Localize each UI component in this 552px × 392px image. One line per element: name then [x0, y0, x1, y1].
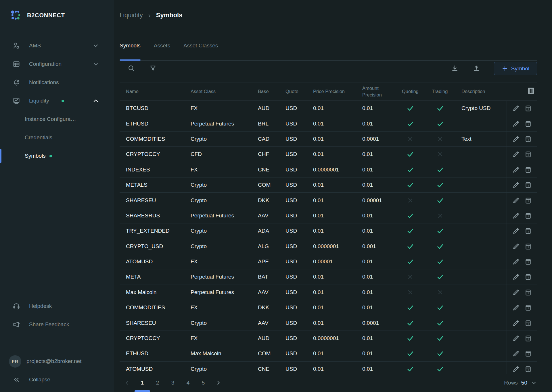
edit-row-button[interactable]: [512, 150, 520, 159]
cell-base: AAV: [258, 213, 285, 219]
delete-row-button[interactable]: [524, 196, 532, 205]
tab-symbols[interactable]: Symbols: [120, 41, 141, 60]
status-dot: [62, 100, 64, 102]
edit-row-button[interactable]: [512, 211, 520, 220]
page-button-5[interactable]: 5: [199, 374, 208, 392]
edit-row-button[interactable]: [512, 165, 520, 174]
sidebar-item-credentials[interactable]: Credentials: [0, 128, 114, 147]
cell-trading: [432, 120, 461, 128]
page-button-3[interactable]: 3: [168, 374, 177, 392]
edit-row-button[interactable]: [512, 227, 520, 235]
sidebar-item-helpdesk[interactable]: Helpdesk: [0, 297, 114, 315]
breadcrumb-parent[interactable]: Liquidity: [120, 11, 143, 19]
sidebar-item-configuration[interactable]: Configuration: [0, 55, 114, 73]
cell-quote: USD: [285, 289, 313, 296]
edit-row-button[interactable]: [512, 257, 520, 266]
delete-row-button[interactable]: [524, 150, 532, 159]
delete-row-button[interactable]: [524, 119, 532, 128]
delete-row-button[interactable]: [524, 104, 532, 113]
sidebar-item-symbols[interactable]: Symbols: [0, 147, 114, 165]
edit-row-button[interactable]: [512, 119, 520, 128]
edit-row-button[interactable]: [512, 349, 520, 358]
delete-row-button[interactable]: [524, 165, 532, 174]
cell-name: INDEXES: [126, 167, 191, 173]
cell-actions: [507, 162, 537, 177]
table-row: COMMODITIES FX DKK USD 0.01 0.01: [120, 300, 537, 315]
cell-asset-class: CFD: [191, 151, 258, 157]
prev-page-button[interactable]: [122, 374, 132, 392]
cell-name: CRYPTOCCY: [126, 151, 191, 157]
edit-row-button[interactable]: [512, 104, 520, 113]
cell-amount-precision: 0.01: [362, 228, 402, 234]
tab-asset-classes[interactable]: Asset Classes: [183, 41, 218, 60]
pencil-icon: [512, 150, 520, 159]
download-button[interactable]: [451, 64, 459, 72]
x-icon: [407, 289, 414, 296]
delete-row-button[interactable]: [524, 303, 532, 312]
next-page-button[interactable]: [214, 374, 223, 392]
delete-row-button[interactable]: [524, 349, 532, 358]
page-button-2[interactable]: 2: [153, 374, 162, 392]
check-icon: [436, 335, 444, 342]
edit-row-button[interactable]: [512, 135, 520, 143]
pencil-icon: [512, 211, 520, 220]
delete-row-button[interactable]: [524, 334, 532, 343]
delete-row-button[interactable]: [524, 365, 532, 373]
sidebar-item-label: AMS: [29, 43, 41, 49]
page-button-4[interactable]: 4: [183, 374, 193, 392]
edit-row-button[interactable]: [512, 273, 520, 281]
cell-trading: [432, 151, 461, 158]
sidebar-item-ams[interactable]: AMS: [0, 36, 114, 55]
cell-quoting: [402, 335, 432, 342]
trash-icon: [524, 165, 532, 174]
cell-quote: USD: [285, 121, 313, 127]
delete-row-button[interactable]: [524, 288, 532, 297]
search-button[interactable]: [127, 64, 135, 72]
cell-base: CHF: [258, 151, 285, 157]
delete-row-button[interactable]: [524, 135, 532, 143]
delete-row-button[interactable]: [524, 273, 532, 281]
delete-row-button[interactable]: [524, 257, 532, 266]
edit-row-button[interactable]: [512, 181, 520, 189]
pagination-bar: 1 2 3 4 5 Rows 50: [120, 374, 537, 392]
edit-row-button[interactable]: [512, 365, 520, 373]
cell-base: BAT: [258, 274, 285, 280]
check-icon: [407, 335, 414, 342]
sidebar-item-share-feedback[interactable]: Share Feedback: [0, 315, 114, 334]
account-row[interactable]: PR projects@b2broker.net: [0, 352, 114, 370]
pencil-icon: [512, 334, 520, 343]
sidebar-item-notifications[interactable]: Notifications: [0, 73, 114, 92]
check-icon: [407, 227, 414, 235]
column-settings-button[interactable]: [527, 86, 535, 95]
edit-row-button[interactable]: [512, 334, 520, 343]
trash-icon: [524, 211, 532, 220]
cell-price-precision: 0.01: [313, 366, 362, 372]
delete-row-button[interactable]: [524, 211, 532, 220]
delete-row-button[interactable]: [524, 227, 532, 235]
cell-asset-class: Crypto: [191, 366, 258, 372]
cell-quoting: [402, 258, 432, 265]
rows-per-page-select[interactable]: Rows 50: [504, 374, 537, 392]
delete-row-button[interactable]: [524, 181, 532, 189]
table-row: TRY_EXTENDED Crypto ADA USD 0.01 0.01: [120, 223, 537, 239]
collapse-button[interactable]: Collapse: [0, 370, 114, 389]
check-icon: [436, 365, 444, 373]
edit-row-button[interactable]: [512, 319, 520, 327]
delete-row-button[interactable]: [524, 242, 532, 251]
filter-button[interactable]: [149, 64, 157, 72]
add-symbol-button[interactable]: Symbol: [494, 62, 537, 75]
cell-trading: [432, 136, 461, 142]
sidebar-item-instance-configuration[interactable]: Instance Configura…: [0, 110, 114, 128]
edit-row-button[interactable]: [512, 196, 520, 205]
upload-button[interactable]: [472, 64, 480, 72]
sidebar-item-liquidity[interactable]: Liquidity: [0, 92, 114, 110]
cell-name: ETHUSD: [126, 121, 191, 127]
edit-row-button[interactable]: [512, 288, 520, 297]
tab-assets[interactable]: Assets: [154, 41, 170, 60]
rows-value: 50: [521, 380, 527, 386]
edit-row-button[interactable]: [512, 242, 520, 251]
table-row: COMMODITIES Crypto CAD USD 0.01 0.0001 T…: [120, 132, 537, 147]
delete-row-button[interactable]: [524, 319, 532, 327]
edit-row-button[interactable]: [512, 303, 520, 312]
page-button-1[interactable]: 1: [138, 374, 147, 392]
